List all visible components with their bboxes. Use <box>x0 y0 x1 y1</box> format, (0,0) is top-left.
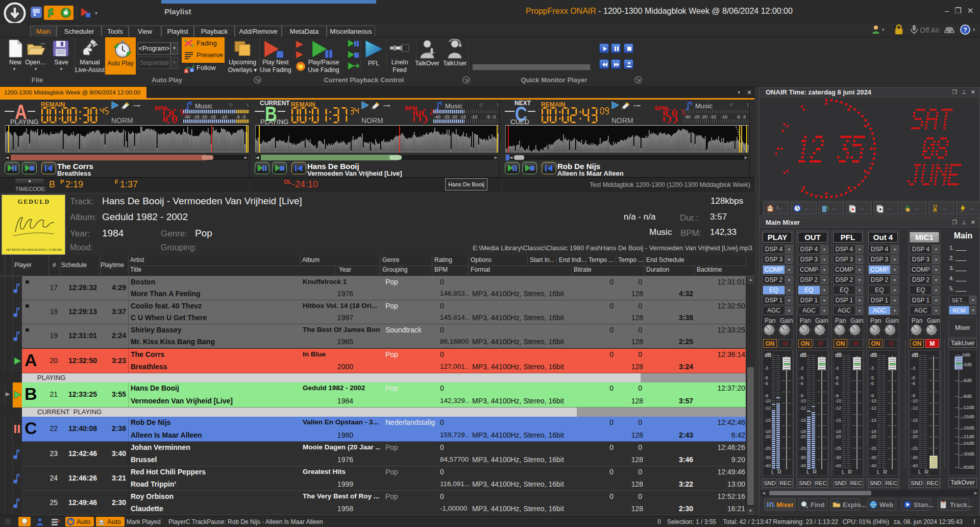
svg-text:A: A <box>185 69 188 73</box>
svg-text:B: B <box>190 68 193 73</box>
svg-text:?: ? <box>963 26 967 34</box>
